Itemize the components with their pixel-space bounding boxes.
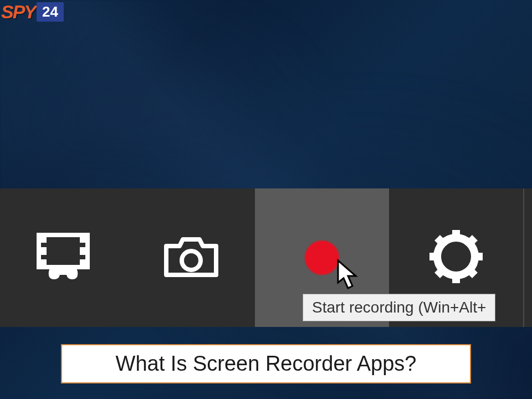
logo-number: 24 <box>37 2 64 22</box>
svg-rect-2 <box>39 247 47 255</box>
svg-rect-5 <box>80 247 88 255</box>
toolbar-divider <box>523 188 532 327</box>
brand-logo: SPY 24 <box>1 1 64 23</box>
record-clip-button[interactable] <box>0 188 127 327</box>
record-icon <box>305 241 339 275</box>
gear-icon <box>428 229 484 287</box>
svg-point-9 <box>437 238 475 275</box>
svg-rect-1 <box>39 235 47 243</box>
svg-rect-4 <box>80 235 88 243</box>
tooltip: Start recording (Win+Alt+ <box>303 294 495 321</box>
svg-rect-6 <box>80 259 88 267</box>
tooltip-text: Start recording (Win+Alt+ <box>312 299 486 316</box>
camera-icon <box>161 232 222 284</box>
screenshot-button[interactable] <box>127 188 255 327</box>
svg-rect-3 <box>39 259 47 267</box>
caption-text: What Is Screen Recorder Apps? <box>116 352 417 375</box>
caption-overlay: What Is Screen Recorder Apps? <box>61 344 471 383</box>
filmstrip-gamepad-icon <box>33 232 94 284</box>
svg-point-7 <box>182 251 201 270</box>
logo-text: SPY <box>1 1 35 23</box>
